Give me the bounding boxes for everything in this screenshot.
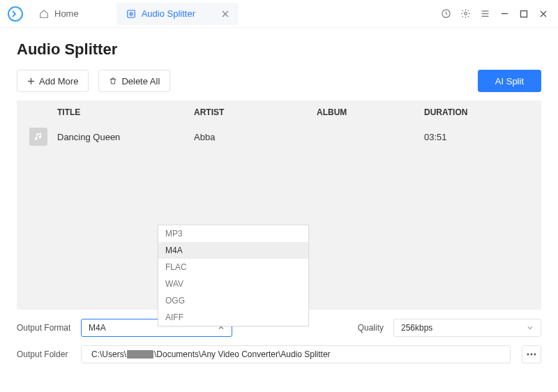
svg-point-5: [527, 354, 529, 356]
format-option[interactable]: M4A: [158, 242, 308, 259]
format-option[interactable]: AIFF: [158, 309, 308, 326]
output-format-dropdown: MP3 M4A FLAC WAV OGG AIFF: [158, 225, 309, 326]
folder-path-prefix: C:\Users\: [91, 349, 126, 359]
settings-icon[interactable]: [459, 8, 472, 20]
tab-home-label: Home: [54, 8, 79, 19]
tab-home[interactable]: Home: [29, 3, 89, 25]
quality-label: Quality: [358, 323, 384, 333]
audio-splitter-icon: [126, 9, 136, 19]
header-title: TITLE: [57, 107, 194, 117]
format-option[interactable]: FLAC: [158, 259, 308, 276]
browse-folder-button[interactable]: [522, 345, 541, 363]
tab-audio-splitter-label: Audio Splitter: [142, 8, 195, 19]
output-folder-label: Output Folder: [17, 349, 74, 359]
svg-point-7: [534, 354, 536, 356]
cell-title: Dancing Queen: [57, 132, 194, 142]
minimize-button[interactable]: [498, 8, 511, 20]
ai-split-button[interactable]: AI Split: [478, 70, 541, 92]
add-more-label: Add More: [39, 76, 78, 86]
close-button[interactable]: [537, 8, 550, 20]
output-format-value: M4A: [89, 323, 106, 333]
svg-rect-4: [521, 10, 527, 17]
redacted-username: [127, 350, 153, 359]
header-duration: DURATION: [424, 107, 508, 117]
header-album: ALBUM: [317, 107, 424, 117]
output-format-label: Output Format: [17, 323, 74, 333]
add-more-button[interactable]: Add More: [17, 70, 89, 92]
cell-duration: 03:51: [424, 132, 508, 142]
quality-select[interactable]: 256kbps: [393, 319, 541, 337]
table-header: TITLE ARTIST ALBUM DURATION: [17, 100, 541, 124]
menu-icon[interactable]: [478, 8, 491, 20]
maximize-button[interactable]: [518, 8, 530, 20]
cell-artist: Abba: [194, 132, 317, 142]
header-artist: ARTIST: [194, 107, 317, 117]
table-row[interactable]: Dancing Queen Abba 03:51: [17, 124, 541, 149]
trash-icon: [109, 77, 117, 85]
plus-icon: [27, 77, 35, 85]
svg-point-3: [464, 13, 467, 15]
page-title: Audio Splitter: [17, 40, 541, 59]
quality-value: 256kbps: [401, 323, 432, 333]
ai-split-label: AI Split: [495, 76, 524, 86]
delete-all-label: Delete All: [121, 76, 160, 86]
tab-close-icon[interactable]: [222, 10, 229, 17]
folder-path-suffix: \Documents\Any Video Converter\Audio Spl…: [154, 349, 331, 359]
history-icon[interactable]: [439, 8, 452, 20]
delete-all-button[interactable]: Delete All: [98, 70, 170, 92]
music-icon: [29, 128, 47, 146]
app-logo: [7, 6, 24, 22]
titlebar: Home Audio Splitter: [0, 0, 558, 28]
output-folder-field[interactable]: C:\Users\\Documents\Any Video Converter\…: [81, 345, 511, 363]
format-option[interactable]: MP3: [158, 225, 308, 242]
format-option[interactable]: WAV: [158, 276, 308, 292]
home-icon: [39, 9, 49, 19]
svg-point-6: [531, 354, 533, 356]
format-option[interactable]: OGG: [158, 292, 308, 309]
chevron-down-icon: [527, 324, 534, 331]
tab-audio-splitter[interactable]: Audio Splitter: [116, 3, 239, 25]
